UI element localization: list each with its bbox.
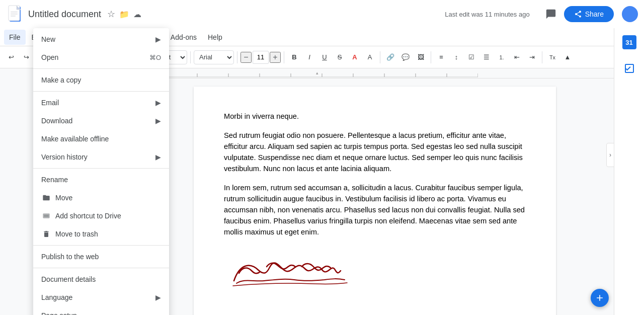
comment-button[interactable]: 💬	[398, 50, 413, 64]
cloud-icon[interactable]: ☁	[133, 10, 141, 19]
new-arrow-icon: ▶	[155, 35, 161, 43]
bullet-list-button[interactable]: ☰	[479, 50, 494, 64]
menu-item-open[interactable]: Open ⌘O	[33, 48, 169, 66]
menu-addons[interactable]: Add-ons	[166, 30, 202, 45]
font-select[interactable]: Arial	[194, 50, 234, 64]
menu-item-add-shortcut[interactable]: Add shortcut to Drive	[33, 207, 169, 225]
star-icon[interactable]: ☆	[107, 9, 115, 20]
comments-button[interactable]	[542, 5, 560, 23]
paragraph-3: In lorem sem, rutrum sed accumsan a, sol…	[224, 182, 526, 238]
menu-item-offline-label: Make available offline	[41, 135, 161, 143]
svg-rect-3	[11, 14, 18, 15]
align-button[interactable]: ≡	[434, 50, 448, 64]
menu-item-language[interactable]: Language ▶	[33, 288, 169, 306]
menu-item-move[interactable]: Move	[33, 189, 169, 207]
email-arrow-icon: ▶	[155, 99, 161, 107]
last-edit-link[interactable]: Last edit was 11 minutes ago	[445, 11, 529, 18]
svg-rect-4	[11, 16, 16, 17]
underline-button[interactable]: U	[317, 50, 332, 64]
menu-item-rename[interactable]: Rename	[33, 171, 169, 189]
dd-separator-3	[33, 168, 169, 169]
undo-button[interactable]: ↩	[4, 50, 18, 64]
menu-item-page-setup[interactable]: Page setup	[33, 306, 169, 315]
menu-item-make-copy[interactable]: Make a copy	[33, 71, 169, 89]
menu-item-new-label: New	[41, 35, 155, 43]
indent-decrease-button[interactable]: ⇤	[510, 50, 524, 64]
menu-item-download-label: Download	[41, 117, 155, 125]
menu-item-move-label: Move	[55, 194, 161, 202]
font-size-increase[interactable]: +	[270, 52, 281, 63]
menu-item-version-history[interactable]: Version history ▶	[33, 148, 169, 166]
checklist-button[interactable]: ☑	[464, 50, 478, 64]
text-color-button[interactable]: A	[348, 50, 362, 64]
menu-item-email[interactable]: Email ▶	[33, 94, 169, 112]
indent-increase-button[interactable]: ⇥	[525, 50, 539, 64]
sidebar-collapse-button[interactable]: ›	[606, 143, 614, 167]
download-arrow-icon: ▶	[155, 117, 161, 125]
link-button[interactable]: 🔗	[383, 50, 397, 64]
user-avatar[interactable]	[622, 6, 638, 22]
strikethrough-button[interactable]: S	[333, 50, 347, 64]
file-menu-dropdown: New ▶ Open ⌘O Make a copy Email ▶ Downlo…	[33, 28, 169, 315]
menu-item-new[interactable]: New ▶	[33, 30, 169, 48]
share-label: Share	[585, 10, 604, 18]
language-arrow-icon: ▶	[155, 293, 161, 301]
check-sidebar-icon[interactable]	[619, 58, 639, 78]
shortcut-drive-icon	[41, 212, 51, 220]
title-bar: Untitled document ☆ 📁 ☁ Last edit was 11…	[0, 0, 644, 28]
italic-button[interactable]: I	[302, 50, 316, 64]
menu-file[interactable]: File	[4, 30, 26, 45]
menu-item-email-label: Email	[41, 99, 155, 107]
toolbar-divider-6	[380, 51, 380, 63]
fab-button[interactable]	[591, 289, 609, 307]
document-title[interactable]: Untitled document	[28, 9, 101, 20]
dd-separator-1	[33, 68, 169, 69]
menu-item-download[interactable]: Download ▶	[33, 112, 169, 130]
document-page[interactable]: Morbi in viverra neque. Sed rutrum feugi…	[194, 87, 556, 315]
open-shortcut: ⌘O	[149, 54, 161, 61]
image-button[interactable]: 🖼	[414, 50, 428, 64]
svg-text:▴: ▴	[316, 70, 318, 75]
menu-item-doc-details[interactable]: Document details	[33, 270, 169, 288]
menu-item-add-shortcut-label: Add shortcut to Drive	[55, 212, 161, 220]
document-area[interactable]: ▴ Morbi in viverra neque. Sed rutrum feu…	[136, 68, 614, 315]
toolbar-divider-4	[237, 51, 237, 63]
redo-button[interactable]: ↪	[19, 50, 33, 64]
menu-item-offline[interactable]: Make available offline	[33, 130, 169, 148]
menu-item-page-setup-label: Page setup	[41, 311, 161, 315]
toolbar-divider-8	[542, 51, 542, 63]
app-icon	[6, 5, 24, 23]
menu-item-language-label: Language	[41, 293, 155, 301]
share-button[interactable]: Share	[564, 6, 614, 22]
calendar-sidebar-icon[interactable]: 31	[619, 32, 639, 52]
menu-help[interactable]: Help	[203, 30, 227, 45]
font-size-input[interactable]	[253, 51, 269, 64]
right-sidebar: 31 ›	[614, 28, 644, 315]
font-size-decrease[interactable]: −	[240, 52, 252, 63]
ruler: ▴	[136, 68, 614, 78]
highlight-button[interactable]: A	[363, 50, 377, 64]
paragraph-2: Sed rutrum feugiat odio non posuere. Pel…	[224, 130, 526, 174]
numbered-list-button[interactable]: 1.	[495, 50, 509, 64]
dd-separator-5	[33, 268, 169, 268]
title-action-icons: ☆ 📁 ☁	[107, 9, 141, 20]
dd-separator-4	[33, 245, 169, 246]
calendar-badge: 31	[622, 35, 636, 49]
paragraph-1: Morbi in viverra neque.	[224, 111, 526, 122]
menu-item-publish[interactable]: Publish to the web	[33, 248, 169, 266]
folder-icon[interactable]: 📁	[119, 10, 129, 19]
font-size-control: − +	[240, 51, 281, 64]
line-spacing-button[interactable]: ↕	[449, 50, 463, 64]
toolbar-divider-7	[431, 51, 431, 63]
dd-separator-2	[33, 91, 169, 92]
signature-area	[224, 246, 526, 299]
move-folder-icon	[41, 194, 51, 202]
more-toolbar-button[interactable]: ▲	[560, 50, 575, 64]
menu-item-publish-label: Publish to the web	[41, 253, 161, 261]
clear-format-button[interactable]: Tx	[545, 50, 559, 64]
menu-item-move-trash[interactable]: Move to trash	[33, 225, 169, 243]
trash-icon	[41, 230, 51, 238]
bold-button[interactable]: B	[287, 50, 301, 64]
menu-item-doc-details-label: Document details	[41, 275, 161, 283]
collapse-chevron-icon: ›	[609, 151, 611, 159]
